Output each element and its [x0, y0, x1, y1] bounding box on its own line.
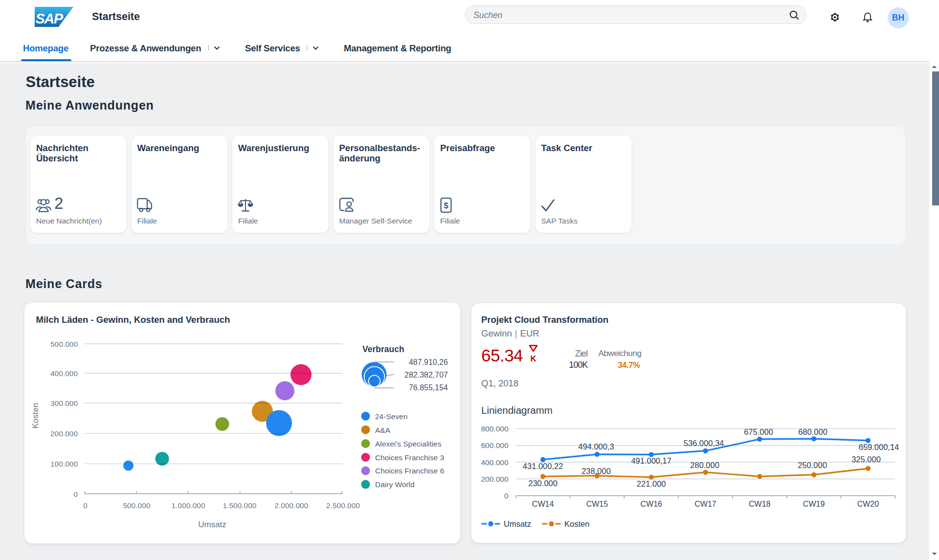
- svg-text:200.000: 200.000: [50, 429, 77, 438]
- svg-text:280.000: 280.000: [690, 461, 719, 470]
- svg-text:500.000: 500.000: [123, 501, 150, 510]
- svg-text:400.000: 400.000: [50, 369, 77, 378]
- svg-text:A&A: A&A: [375, 426, 391, 434]
- svg-text:1.500.000: 1.500.000: [223, 501, 256, 510]
- svg-text:Kosten: Kosten: [30, 403, 40, 429]
- svg-text:221.000: 221.000: [636, 479, 666, 488]
- svg-text:400.000: 400.000: [481, 458, 508, 467]
- svg-text:2.000.000: 2.000.000: [274, 501, 308, 510]
- svg-text:600.000: 600.000: [481, 441, 508, 449]
- svg-text:536.000,34: 536.000,34: [683, 439, 724, 448]
- svg-text:CW20: CW20: [857, 500, 879, 508]
- svg-text:Choices Franchise 3: Choices Franchise 3: [375, 453, 444, 462]
- svg-text:0: 0: [73, 490, 78, 498]
- svg-text:Alexei's Specialities: Alexei's Specialities: [375, 440, 442, 448]
- svg-text:0: 0: [504, 492, 508, 500]
- svg-text:Kosten: Kosten: [564, 519, 589, 528]
- svg-text:CW16: CW16: [640, 500, 662, 508]
- svg-text:238.000: 238.000: [581, 467, 611, 475]
- svg-text:76.855,154: 76.855,154: [408, 383, 447, 392]
- svg-text:CW15: CW15: [586, 500, 608, 508]
- svg-text:Choices Franchise 6: Choices Franchise 6: [375, 467, 444, 475]
- svg-text:300.000: 300.000: [50, 399, 77, 407]
- svg-text:Umsatz: Umsatz: [198, 520, 226, 529]
- svg-text:491.000,17: 491.000,17: [631, 456, 671, 465]
- svg-text:675.000: 675.000: [744, 427, 773, 436]
- svg-text:230.000: 230.000: [528, 479, 558, 488]
- svg-text:Umsatz: Umsatz: [504, 519, 531, 528]
- svg-text:Verbrauch: Verbrauch: [362, 344, 404, 354]
- svg-text:494.000,3: 494.000,3: [578, 442, 614, 451]
- svg-text:CW18: CW18: [749, 500, 771, 508]
- svg-text:659.000,14: 659.000,14: [858, 443, 899, 451]
- svg-text:100.000: 100.000: [50, 460, 77, 468]
- svg-text:1.000.000: 1.000.000: [171, 501, 205, 510]
- svg-text:Dairy World: Dairy World: [375, 480, 415, 489]
- svg-text:487.910,26: 487.910,26: [408, 358, 447, 366]
- svg-text:200.000: 200.000: [481, 475, 508, 483]
- svg-text:SAP: SAP: [36, 11, 64, 26]
- svg-text:CW17: CW17: [694, 500, 716, 508]
- svg-text:325.000: 325.000: [851, 455, 881, 464]
- svg-text:800.000: 800.000: [481, 425, 508, 433]
- svg-text:282.382,707: 282.382,707: [404, 371, 448, 379]
- svg-text:431.000,22: 431.000,22: [522, 462, 563, 470]
- svg-text:680.000: 680.000: [798, 427, 827, 436]
- svg-text:0: 0: [83, 501, 88, 510]
- svg-text:CW14: CW14: [532, 500, 554, 508]
- svg-text:500.000: 500.000: [50, 340, 77, 348]
- svg-text:250.000: 250.000: [798, 461, 827, 470]
- svg-text:$: $: [444, 201, 448, 210]
- svg-text:CW19: CW19: [803, 500, 825, 508]
- svg-text:24-Seven: 24-Seven: [375, 412, 407, 421]
- svg-text:2.500.000: 2.500.000: [326, 501, 360, 510]
